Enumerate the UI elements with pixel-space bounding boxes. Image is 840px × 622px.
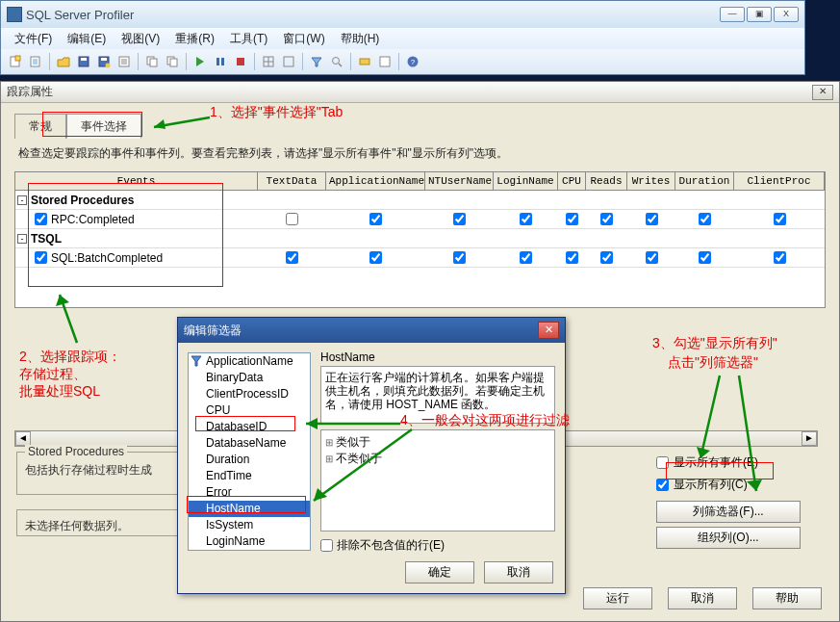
chk-rpc-ntuser[interactable] — [453, 213, 466, 225]
collapse-sp-icon[interactable]: - — [17, 195, 27, 205]
exclude-empty-checkbox[interactable]: 排除不包含值的行(E) — [320, 537, 555, 554]
pause-icon[interactable] — [212, 53, 229, 70]
tab-events[interactable]: 事件选择 — [66, 114, 141, 139]
chk-b-appname[interactable] — [369, 251, 382, 264]
dialog-close-button[interactable]: ✕ — [812, 85, 833, 100]
save-icon[interactable] — [75, 53, 92, 70]
filter-item[interactable]: LoginSid — [189, 550, 310, 551]
chk-b-duration[interactable] — [699, 251, 711, 264]
chk-b-reads[interactable] — [600, 251, 613, 264]
menu-view[interactable]: 视图(V) — [114, 28, 167, 49]
zoom2-icon[interactable] — [280, 53, 297, 70]
filter-ok-button[interactable]: 确定 — [405, 561, 474, 583]
app-icon — [7, 7, 22, 22]
filter-item[interactable]: BinaryData — [189, 370, 310, 386]
help-button[interactable]: 帮助 — [752, 587, 822, 609]
row-batch: SQL:BatchCompleted — [51, 251, 163, 265]
run-button[interactable]: 运行 — [583, 587, 652, 609]
chk-b-writes[interactable] — [646, 251, 658, 264]
col-duration[interactable]: Duration — [675, 172, 734, 190]
filter-item[interactable]: CPU — [189, 402, 310, 419]
col-filter-button[interactable]: 列筛选器(F)... — [656, 501, 801, 523]
filter-icon[interactable] — [308, 53, 325, 70]
filter-close-button[interactable]: ✕ — [538, 322, 559, 339]
show-events-checkbox[interactable]: 显示所有事件(E) — [656, 454, 820, 471]
chk-rpc-client[interactable] — [774, 213, 786, 225]
row-rpc-check[interactable] — [35, 213, 47, 225]
org-cols-button[interactable]: 组织列(O)... — [656, 527, 801, 549]
copy-icon[interactable] — [143, 53, 161, 70]
run-icon[interactable] — [191, 53, 209, 70]
svg-point-7 — [106, 64, 111, 68]
col-reads[interactable]: Reads — [586, 172, 627, 190]
filter-condition-tree[interactable]: 类似于 不类似于 — [320, 429, 555, 531]
maximize-button[interactable]: ▣ — [747, 7, 772, 22]
chk-b-cpu[interactable] — [566, 251, 578, 264]
filter-column-list[interactable]: ApplicationName BinaryData ClientProcess… — [188, 352, 311, 551]
chk-b-ntuser[interactable] — [453, 251, 466, 264]
minimize-button[interactable]: — — [720, 7, 745, 22]
col-login[interactable]: LoginName — [494, 172, 558, 190]
col-ntuser[interactable]: NTUserName — [425, 172, 494, 190]
show-cols-checkbox[interactable]: 显示所有列(C) — [656, 477, 820, 493]
scroll-left-icon[interactable]: ◄ — [15, 431, 31, 446]
filter-item-databaseid[interactable]: DatabaseID — [189, 419, 310, 435]
svg-point-20 — [333, 58, 340, 65]
col-events[interactable]: Events — [15, 172, 258, 190]
properties-icon[interactable] — [115, 53, 133, 70]
zoom-icon[interactable] — [260, 53, 277, 70]
filter-item[interactable]: IsSystem — [189, 517, 310, 533]
find-icon[interactable] — [328, 53, 345, 70]
toolbar: ? — [1, 49, 804, 74]
filter-item[interactable]: Duration — [189, 452, 310, 468]
chk-b-textdata[interactable] — [286, 251, 298, 264]
chk-rpc-writes[interactable] — [646, 213, 658, 225]
collapse-tsql-icon[interactable]: - — [17, 234, 27, 244]
close-button[interactable]: X — [774, 7, 799, 22]
menu-edit[interactable]: 编辑(E) — [60, 28, 114, 49]
menu-window[interactable]: 窗口(W) — [275, 28, 332, 49]
template-icon[interactable] — [27, 53, 44, 70]
col-textdata[interactable]: TextData — [258, 172, 326, 190]
filter-item[interactable]: LoginName — [189, 533, 310, 550]
menu-file[interactable]: 文件(F) — [7, 28, 60, 49]
col-appname[interactable]: ApplicationName — [326, 172, 425, 190]
svg-rect-14 — [216, 58, 219, 65]
copy2-icon[interactable] — [164, 53, 181, 70]
new-trace-icon[interactable] — [7, 53, 24, 70]
col-writes[interactable]: Writes — [627, 172, 675, 190]
chk-rpc-reads[interactable] — [600, 213, 613, 225]
filter-item[interactable]: DatabaseName — [189, 435, 310, 452]
cancel-button[interactable]: 取消 — [668, 587, 737, 609]
tool2-icon[interactable] — [376, 53, 394, 70]
filter-dialog: 编辑筛选器 ✕ ApplicationName BinaryData Clien… — [177, 317, 566, 594]
chk-rpc-textdata[interactable] — [286, 213, 298, 225]
tree-notlike[interactable]: 不类似于 — [325, 451, 550, 467]
filter-item-appname[interactable]: ApplicationName — [189, 353, 310, 370]
chk-rpc-appname[interactable] — [369, 213, 382, 225]
tab-general[interactable]: 常规 — [14, 114, 66, 139]
help-icon[interactable]: ? — [404, 53, 421, 70]
scroll-right-icon[interactable]: ► — [802, 431, 817, 446]
filter-item-hostname[interactable]: HostName — [189, 501, 310, 517]
chk-b-client[interactable] — [774, 251, 786, 264]
filter-cancel-button[interactable]: 取消 — [484, 561, 553, 583]
col-client[interactable]: ClientProc — [734, 172, 825, 190]
saveas-icon[interactable] — [95, 53, 113, 70]
row-batch-check[interactable] — [35, 251, 47, 264]
tool1-icon[interactable] — [356, 53, 373, 70]
menu-tools[interactable]: 工具(T) — [222, 28, 275, 49]
menu-replay[interactable]: 重播(R) — [167, 28, 222, 49]
menu-help[interactable]: 帮助(H) — [333, 28, 388, 49]
col-cpu[interactable]: CPU — [558, 172, 586, 190]
stop-icon[interactable] — [232, 53, 249, 70]
chk-b-login[interactable] — [520, 251, 532, 264]
chk-rpc-cpu[interactable] — [566, 213, 578, 225]
open-icon[interactable] — [55, 53, 72, 70]
chk-rpc-duration[interactable] — [699, 213, 711, 225]
tree-like[interactable]: 类似于 — [325, 434, 550, 451]
filter-item[interactable]: Error — [189, 484, 310, 501]
filter-item[interactable]: EndTime — [189, 468, 310, 484]
filter-item[interactable]: ClientProcessID — [189, 386, 310, 402]
chk-rpc-login[interactable] — [520, 213, 532, 225]
